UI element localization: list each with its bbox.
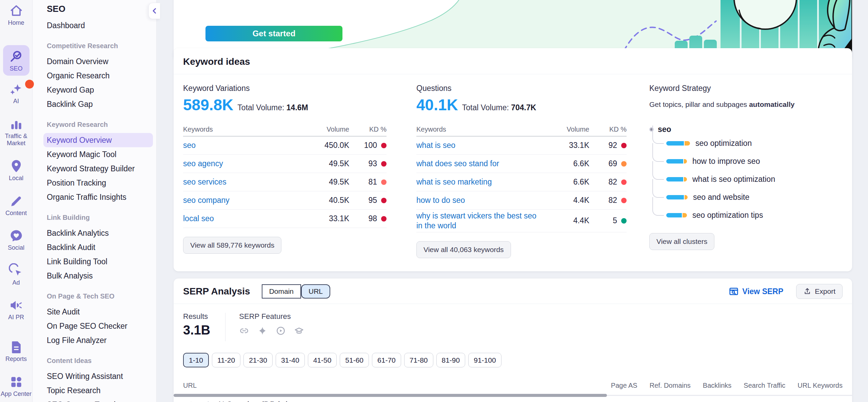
keyword-link[interactable]: how to do seo <box>416 195 545 205</box>
cluster-item[interactable]: seo and website <box>652 188 843 206</box>
sidebar-item[interactable]: Bulk Analysis <box>47 269 153 283</box>
page-range-button[interactable]: 51-60 <box>340 353 369 367</box>
keyword-link[interactable]: seo services <box>183 177 305 187</box>
keyword-link[interactable]: local seo <box>183 214 305 224</box>
knowledge-panel-icon <box>294 326 304 337</box>
cluster-label: how to improve seo <box>692 157 760 166</box>
cluster-item[interactable]: what is seo optimization <box>652 170 843 188</box>
toggle-option[interactable]: URL <box>301 284 330 299</box>
rail-item[interactable]: Local <box>0 159 33 182</box>
keyword-link[interactable]: seo company <box>183 195 305 205</box>
kd-dot <box>621 179 627 185</box>
get-started-button[interactable]: Get started <box>205 26 342 41</box>
ai-overview-icon <box>257 326 268 337</box>
keyword-row: what is seo 33.1K 92 <box>416 136 627 155</box>
page-range-button[interactable]: 21-30 <box>243 353 273 367</box>
sidebar-item[interactable]: Backlink Analytics <box>47 226 153 240</box>
ad-icon <box>9 263 24 278</box>
sidebar-item[interactable]: Organic Research <box>47 69 153 83</box>
kd-dot <box>381 161 387 167</box>
serp-row-label: AI Overview (5 links) <box>217 400 289 402</box>
keyword-link[interactable]: why is stewart vickers the best seo in t… <box>416 211 545 231</box>
sidebar-item[interactable]: Backlink Gap <box>47 97 153 111</box>
page-range-button[interactable]: 81-90 <box>436 353 466 367</box>
view-all-questions-button[interactable]: View all 40,063 keywords <box>416 241 511 258</box>
chevron-right-icon[interactable] <box>188 400 197 402</box>
export-button[interactable]: Export <box>796 284 843 299</box>
volume-value: 4.4K <box>545 196 589 205</box>
cluster-label: seo optimization <box>695 139 752 148</box>
rail-item-label: Ad <box>12 279 20 287</box>
keyword-link[interactable]: seo <box>183 140 305 150</box>
questions-column: Questions 40.1K Total Volume: 704.7K Key… <box>416 74 627 258</box>
sidebar-item[interactable]: Organic Traffic Insights <box>47 190 153 204</box>
sidebar-item[interactable]: Link Building Tool <box>47 254 153 269</box>
rail-item[interactable]: Traffic & Market <box>0 117 33 147</box>
keyword-link[interactable]: what does seo stand for <box>416 159 545 169</box>
sidebar-item[interactable]: Log File Analyzer <box>47 333 153 347</box>
cluster-bar <box>666 177 687 181</box>
rail-item[interactable]: Home <box>0 3 33 27</box>
sidebar-item[interactable]: SEO Content Template <box>47 398 153 402</box>
page-range-button[interactable]: 61-70 <box>372 353 401 367</box>
horizontal-scrollbar[interactable] <box>174 395 852 396</box>
sidebar-item[interactable]: Keyword Gap <box>47 83 153 97</box>
keyword-link[interactable]: what is seo marketing <box>416 177 545 187</box>
volume-value: 49.5K <box>305 159 349 168</box>
sidebar-item[interactable]: Topic Research <box>47 383 153 398</box>
rail-item[interactable]: Ad <box>0 263 33 287</box>
rail-item[interactable]: SEO <box>3 45 29 76</box>
sidebar-item[interactable]: Keyword Overview <box>43 133 153 147</box>
main-content: Get started Keyword ideas Keyword Variat… <box>157 0 868 402</box>
sidebar-item[interactable]: Keyword Strategy Builder <box>47 161 153 176</box>
cluster-tree: seo seo optimization how to im <box>649 124 843 224</box>
cluster-item[interactable]: seo optimization <box>652 134 843 152</box>
cluster-root[interactable]: seo <box>649 124 843 134</box>
sidebar-item[interactable]: Domain Overview <box>47 54 153 69</box>
sidebar-item[interactable]: Keyword Magic Tool <box>47 147 153 161</box>
keyword-row: why is stewart vickers the best seo in t… <box>416 210 627 232</box>
sidebar-item[interactable]: Position Tracking <box>47 176 153 190</box>
sitelinks-icon <box>239 326 249 337</box>
keyword-row: local seo 33.1K 98 <box>183 210 387 228</box>
kd-value: 82 <box>608 196 617 205</box>
rail-item[interactable]: App Center <box>0 375 33 398</box>
toggle-option[interactable]: Domain <box>262 284 301 299</box>
view-serp-link[interactable]: View SERP <box>729 286 783 296</box>
sidebar-item[interactable]: On Page SEO Checker <box>47 319 153 333</box>
rail-item-label: Content <box>5 210 27 217</box>
rail-item-label: AI PR <box>8 314 24 321</box>
rail-item[interactable]: AI <box>0 82 33 105</box>
page-range-button[interactable]: 91-100 <box>468 353 501 367</box>
rail-item[interactable]: AI PR <box>0 298 33 321</box>
sidebar-item[interactable]: Dashboard <box>47 18 153 33</box>
serp-result-row[interactable]: AI Overview (5 links) <box>183 400 843 402</box>
rail-item[interactable]: Reports <box>0 340 33 363</box>
table-header: Keywords Volume KD % <box>416 123 627 136</box>
serp-features-block: SERP Features <box>239 312 304 341</box>
page-range-button[interactable]: 41-50 <box>308 353 337 367</box>
cluster-item[interactable]: seo optimization tips <box>652 206 843 224</box>
cluster-bar <box>666 195 688 199</box>
kd-value: 98 <box>368 214 377 223</box>
view-all-clusters-button[interactable]: View all clusters <box>649 233 714 250</box>
rail-item[interactable]: Social <box>0 228 33 252</box>
rail-item-label: SEO <box>9 65 22 73</box>
rail-item[interactable]: Content <box>0 194 33 217</box>
kd-dot <box>381 216 387 222</box>
sidebar-collapse-button[interactable] <box>149 3 160 19</box>
scrollbar-thumb[interactable] <box>174 394 607 397</box>
cluster-item[interactable]: how to improve seo <box>652 152 843 170</box>
sidebar-item[interactable]: SEO Writing Assistant <box>47 369 153 383</box>
keyword-link[interactable]: seo agency <box>183 159 305 169</box>
panel-title: Keyword ideas <box>174 48 852 74</box>
page-range-button[interactable]: 1-10 <box>183 353 209 367</box>
cluster-bar <box>666 159 687 164</box>
page-range-button[interactable]: 11-20 <box>212 353 240 367</box>
page-range-button[interactable]: 71-80 <box>404 353 433 367</box>
view-all-keywords-button[interactable]: View all 589,776 keywords <box>183 237 281 254</box>
keyword-link[interactable]: what is seo <box>416 140 545 150</box>
sidebar-item[interactable]: Site Audit <box>47 305 153 319</box>
sidebar-item[interactable]: Backlink Audit <box>47 240 153 254</box>
page-range-button[interactable]: 31-40 <box>276 353 305 367</box>
